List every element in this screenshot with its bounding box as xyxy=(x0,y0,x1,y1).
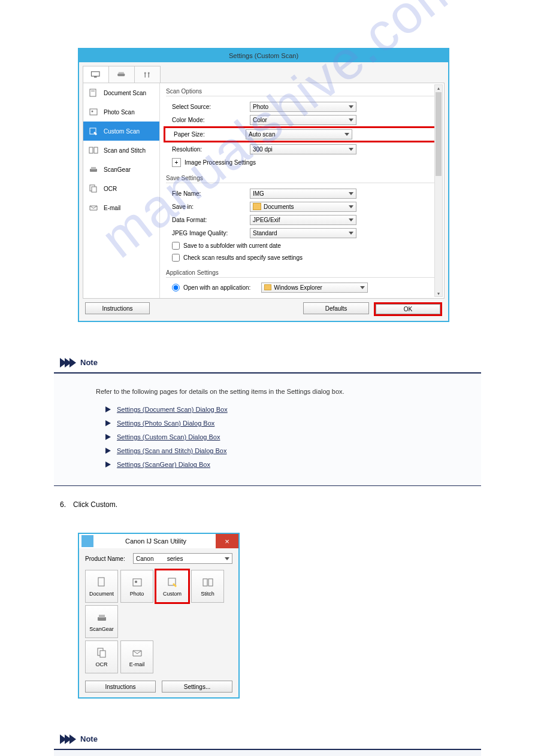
tile-stitch[interactable]: Stitch xyxy=(191,570,224,603)
tab-scanner-button[interactable] xyxy=(108,66,135,83)
data-format-dropdown[interactable]: JPEG/Exif xyxy=(250,215,356,225)
check-results-checkbox[interactable] xyxy=(172,254,180,262)
tile-custom[interactable]: Custom xyxy=(156,570,189,603)
save-subfolder-row: Save to a subfolder with current date xyxy=(166,239,442,251)
settings-dialog: Settings (Custom Scan) Document Scan xyxy=(78,48,449,322)
select-source-row: Select Source: Photo xyxy=(166,100,442,113)
tab-scan-from-computer[interactable] xyxy=(83,66,109,83)
ref-link-photo-scan[interactable]: Settings (Photo Scan) Dialog Box xyxy=(117,420,214,427)
tile-email[interactable]: E-mail xyxy=(120,640,153,673)
sidebar-item-ocr[interactable]: OCR xyxy=(83,179,159,198)
save-subfolder-checkbox[interactable] xyxy=(172,242,180,250)
sidebar-item-label: OCR xyxy=(104,186,117,192)
tile-grid: Document Photo Custom Stitch ScanGear xyxy=(85,570,232,638)
svg-rect-3 xyxy=(119,72,124,74)
step-6-text: 6.Click Custom. xyxy=(60,500,535,509)
svg-point-22 xyxy=(135,581,137,583)
sidebar-item-scan-stitch[interactable]: Scan and Stitch xyxy=(83,141,159,160)
arrow-icon xyxy=(105,448,111,454)
app-settings-legend: Application Settings xyxy=(166,269,442,276)
email-icon xyxy=(88,203,99,212)
file-name-label: File Name: xyxy=(172,190,250,197)
ok-highlight: OK xyxy=(374,302,442,316)
stitch-icon xyxy=(88,145,99,155)
check-results-label: Check scan results and specify save sett… xyxy=(183,254,303,261)
sidebar: Document Scan Photo Scan Custom Scan Sca… xyxy=(83,83,160,298)
ocr-icon xyxy=(88,184,99,193)
svg-marker-13 xyxy=(93,132,97,135)
save-in-label: Save in: xyxy=(172,204,250,210)
select-source-dropdown[interactable]: Photo xyxy=(250,102,356,112)
scangear-icon xyxy=(88,165,99,174)
open-with-dropdown[interactable]: Windows Explorer xyxy=(261,283,368,293)
utility-app-icon xyxy=(81,535,93,547)
instructions-button[interactable]: Instructions xyxy=(85,302,150,314)
jpeg-quality-row: JPEG Image Quality: Standard xyxy=(166,226,442,239)
utility-settings-button[interactable]: Settings... xyxy=(162,681,232,693)
close-button[interactable]: × xyxy=(216,534,238,548)
dialog-bottom-bar: Instructions Defaults OK xyxy=(83,299,445,318)
svg-rect-21 xyxy=(133,579,141,586)
tile-photo[interactable]: Photo xyxy=(120,570,153,603)
jpeg-quality-dropdown[interactable]: Standard xyxy=(250,228,356,238)
scangear-icon xyxy=(95,612,109,624)
tile-scangear[interactable]: ScanGear xyxy=(85,605,118,638)
file-name-input[interactable]: IMG xyxy=(250,189,356,199)
ref-link-scan-stitch[interactable]: Settings (Scan and Stitch) Dialog Box xyxy=(117,447,226,454)
resolution-dropdown[interactable]: 300 dpi xyxy=(250,144,356,154)
color-mode-dropdown[interactable]: Color xyxy=(250,115,356,125)
save-subfolder-label: Save to a subfolder with current date xyxy=(183,242,281,249)
ref-link-document-scan[interactable]: Settings (Document Scan) Dialog Box xyxy=(117,406,228,413)
product-name-dropdown[interactable]: Canon series xyxy=(133,553,232,564)
vertical-scrollbar[interactable]: ▴ ▾ xyxy=(434,84,443,297)
image-processing-row: + Image Processing Settings xyxy=(166,156,442,169)
note-intro: Refer to the following pages for details… xyxy=(96,388,481,395)
image-processing-label: Image Processing Settings xyxy=(185,159,256,166)
open-with-row: Open with an application: Windows Explor… xyxy=(166,281,442,293)
color-mode-row: Color Mode: Color xyxy=(166,113,442,126)
svg-rect-25 xyxy=(203,579,207,586)
svg-rect-14 xyxy=(89,147,93,153)
folder-icon xyxy=(264,284,271,290)
save-in-dropdown[interactable]: Documents xyxy=(250,202,356,212)
ref-link-custom-scan[interactable]: Settings (Custom Scan) Dialog Box xyxy=(117,433,220,441)
scan-options-legend: Scan Options xyxy=(166,88,442,95)
ref-link-scangear[interactable]: Settings (ScanGear) Dialog Box xyxy=(117,461,210,468)
svg-point-11 xyxy=(92,111,93,113)
tile-ocr[interactable]: OCR xyxy=(85,640,118,673)
ij-scan-utility-window: Canon IJ Scan Utility × Product Name: Ca… xyxy=(78,533,240,699)
open-with-label: Open with an application: xyxy=(183,284,250,291)
sidebar-item-photo-scan[interactable]: Photo Scan xyxy=(83,102,159,122)
paper-size-highlight: Paper Size: Auto scan xyxy=(164,126,442,142)
ocr-icon xyxy=(95,647,109,659)
open-with-radio[interactable] xyxy=(172,284,180,292)
svg-rect-17 xyxy=(91,167,96,169)
file-name-row: File Name: IMG xyxy=(166,187,442,200)
tab-general[interactable] xyxy=(134,66,161,83)
data-format-label: Data Format: xyxy=(172,217,250,223)
ok-button[interactable]: OK xyxy=(376,304,440,314)
svg-rect-20 xyxy=(98,578,104,586)
check-results-row: Check scan results and specify save sett… xyxy=(166,251,442,263)
utility-bottom-bar: Instructions Settings... xyxy=(85,681,232,693)
svg-rect-5 xyxy=(145,73,146,77)
utility-instructions-button[interactable]: Instructions xyxy=(85,681,156,693)
paper-size-dropdown[interactable]: Auto scan xyxy=(246,129,352,139)
sidebar-item-custom-scan[interactable]: Custom Scan xyxy=(83,122,159,141)
sidebar-item-label: Scan and Stitch xyxy=(104,147,146,154)
sidebar-item-label: Custom Scan xyxy=(104,128,140,135)
scroll-thumb[interactable] xyxy=(436,92,442,176)
sidebar-item-label: ScanGear xyxy=(104,166,131,173)
settings-content: ▴ ▾ Scan Options Select Source: Photo Co… xyxy=(160,83,444,298)
defaults-button[interactable]: Defaults xyxy=(303,302,369,314)
svg-rect-0 xyxy=(92,71,100,76)
dialog-title: Settings (Custom Scan) xyxy=(79,49,448,62)
sidebar-item-scangear[interactable]: ScanGear xyxy=(83,160,159,179)
tile-document[interactable]: Document xyxy=(85,570,118,603)
note-heading: Note xyxy=(80,358,98,368)
sidebar-item-document-scan[interactable]: Document Scan xyxy=(83,83,159,102)
expand-button[interactable]: + xyxy=(172,158,181,167)
stitch-icon xyxy=(201,576,215,588)
scroll-down-icon: ▾ xyxy=(437,291,440,296)
sidebar-item-email[interactable]: E-mail xyxy=(83,198,159,217)
